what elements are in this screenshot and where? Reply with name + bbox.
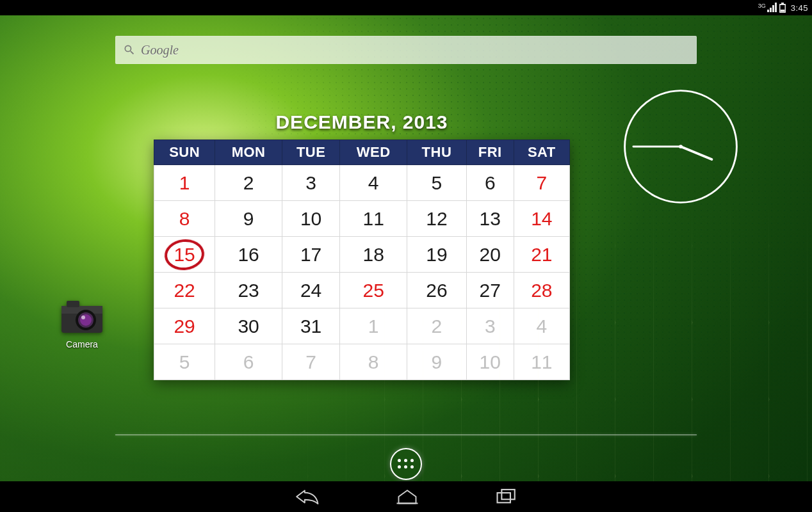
calendar-day-cell[interactable]: 1 (154, 165, 215, 201)
calendar-day-cell[interactable]: 7 (282, 344, 339, 380)
svg-point-7 (80, 314, 92, 326)
calendar-day-cell[interactable]: 17 (282, 237, 339, 273)
calendar-day-cell[interactable]: 5 (154, 344, 215, 380)
camera-icon (60, 300, 104, 334)
calendar-day-cell[interactable]: 5 (407, 165, 467, 201)
calendar-grid: SUNMONTUEWEDTHUFRISAT 123456789101112131… (154, 140, 570, 380)
calendar-day-header: MON (215, 140, 282, 165)
calendar-day-cell[interactable]: 21 (514, 237, 569, 273)
svg-rect-15 (501, 490, 514, 499)
calendar-day-cell[interactable]: 9 (407, 344, 467, 380)
analog-clock-face (620, 86, 742, 207)
calendar-day-cell[interactable]: 28 (514, 273, 569, 308)
calendar-day-cell[interactable]: 7 (514, 165, 569, 201)
calendar-day-header: SAT (514, 140, 569, 165)
status-bar: 3G 3:45 (0, 0, 812, 15)
calendar-day-cell[interactable]: 20 (466, 237, 514, 273)
calendar-day-header: THU (407, 140, 467, 165)
calendar-day-cell[interactable]: 29 (154, 308, 215, 344)
calendar-day-header: TUE (282, 140, 339, 165)
dock-divider (115, 435, 697, 435)
navigation-bar (0, 481, 812, 512)
signal-icon (767, 3, 777, 13)
calendar-day-cell[interactable]: 4 (514, 308, 569, 344)
calendar-day-cell[interactable]: 10 (466, 344, 514, 380)
calendar-day-cell[interactable]: 25 (340, 273, 407, 308)
app-drawer-icon (398, 459, 414, 469)
svg-rect-2 (61, 306, 102, 333)
calendar-day-cell[interactable]: 9 (215, 201, 282, 237)
svg-point-5 (76, 310, 96, 330)
svg-point-6 (78, 312, 93, 328)
calendar-day-header: WED (340, 140, 407, 165)
calendar-day-cell[interactable]: 1 (340, 308, 407, 344)
calendar-widget[interactable]: DECEMBER, 2013 SUNMONTUEWEDTHUFRISAT 123… (154, 111, 570, 380)
calendar-day-cell[interactable]: 4 (340, 165, 407, 201)
back-button[interactable] (295, 487, 319, 506)
search-placeholder: Google (141, 43, 179, 58)
calendar-day-cell[interactable]: 6 (466, 165, 514, 201)
app-drawer-button[interactable] (390, 448, 422, 480)
home-screen[interactable]: Google Camera DECEMBER, 2013 SUNMONTUEWE (0, 15, 812, 481)
calendar-day-cell[interactable]: 11 (340, 201, 407, 237)
calendar-day-cell[interactable]: 27 (466, 273, 514, 308)
calendar-day-cell[interactable]: 8 (340, 344, 407, 380)
calendar-day-cell[interactable]: 11 (514, 344, 569, 380)
svg-rect-3 (61, 306, 102, 314)
calendar-day-cell[interactable]: 10 (282, 201, 339, 237)
svg-rect-14 (498, 493, 510, 502)
calendar-day-cell[interactable]: 31 (282, 308, 339, 344)
calendar-day-cell[interactable]: 12 (407, 201, 467, 237)
analog-clock-widget[interactable] (620, 86, 742, 207)
calendar-title: DECEMBER, 2013 (154, 111, 570, 133)
calendar-day-cell[interactable]: 22 (154, 273, 215, 308)
google-search-widget[interactable]: Google (115, 36, 697, 64)
calendar-day-cell[interactable]: 23 (215, 273, 282, 308)
network-3g-icon: 3G (758, 3, 766, 9)
calendar-day-cell[interactable]: 3 (466, 308, 514, 344)
calendar-day-cell[interactable]: 24 (282, 273, 339, 308)
battery-icon (779, 3, 786, 13)
calendar-day-cell[interactable]: 26 (407, 273, 467, 308)
search-icon (123, 44, 136, 56)
camera-app-label: Camera (56, 339, 108, 349)
camera-app-shortcut[interactable]: Camera (56, 300, 108, 349)
home-button[interactable] (396, 487, 419, 506)
calendar-day-cell[interactable]: 19 (407, 237, 467, 273)
calendar-day-cell[interactable]: 18 (340, 237, 407, 273)
svg-point-12 (679, 145, 683, 148)
svg-line-10 (681, 147, 711, 159)
calendar-day-cell[interactable]: 14 (514, 201, 569, 237)
calendar-day-cell[interactable]: 3 (282, 165, 339, 201)
svg-point-8 (81, 316, 85, 319)
status-clock: 3:45 (791, 3, 808, 13)
calendar-day-cell[interactable]: 15 (154, 237, 215, 273)
calendar-day-cell[interactable]: 8 (154, 201, 215, 237)
calendar-day-cell[interactable]: 2 (407, 308, 467, 344)
svg-point-9 (625, 91, 737, 203)
calendar-day-header: SUN (154, 140, 215, 165)
calendar-day-header: FRI (466, 140, 514, 165)
calendar-day-cell[interactable]: 13 (466, 201, 514, 237)
calendar-day-cell[interactable]: 16 (215, 237, 282, 273)
recent-apps-button[interactable] (496, 488, 517, 506)
svg-rect-4 (67, 301, 79, 307)
svg-rect-1 (780, 10, 784, 12)
calendar-day-cell[interactable]: 30 (215, 308, 282, 344)
calendar-day-cell[interactable]: 2 (215, 165, 282, 201)
calendar-day-cell[interactable]: 6 (215, 344, 282, 380)
